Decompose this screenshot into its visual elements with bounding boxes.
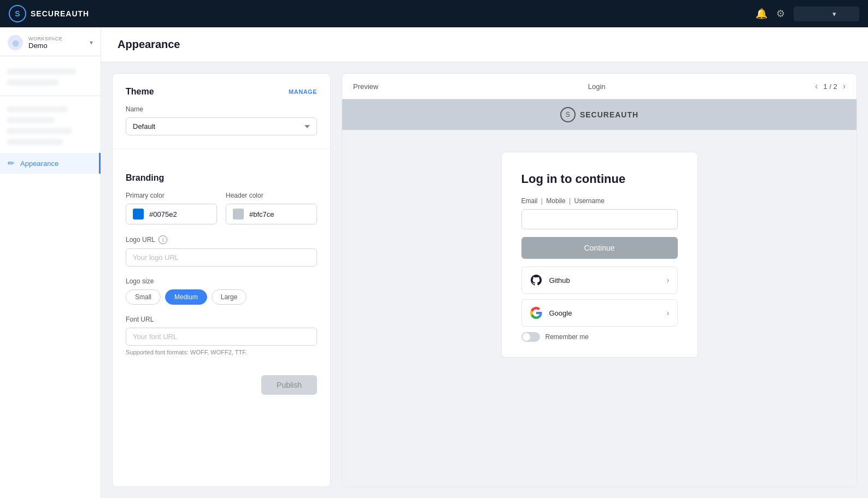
sidebar-blurred-mid [0, 98, 101, 153]
header-color-swatch [233, 209, 244, 220]
login-title: Log in to continue [521, 172, 678, 186]
google-social-button[interactable]: Google › [521, 299, 678, 327]
logo-size-group: Logo size Small Medium Large [126, 277, 317, 305]
sidebar-navigation: ✏ Appearance [0, 56, 101, 498]
next-page-arrow[interactable]: › [843, 81, 846, 91]
logo-url-label: Logo URL [126, 236, 155, 244]
preview-logo-bar: S SECUREAUTH [342, 99, 857, 130]
page-body: Theme MANAGE Name Default Branding [101, 62, 868, 498]
font-url-input[interactable] [126, 328, 317, 346]
divider-1 [113, 149, 330, 149]
workspace-chevron-icon: ▾ [90, 39, 93, 46]
preview-logo: S SECUREAUTH [560, 107, 638, 122]
user-menu-button[interactable]: ▾ [794, 7, 859, 21]
prev-page-arrow[interactable]: ‹ [815, 81, 818, 91]
logo-url-input[interactable] [126, 248, 317, 266]
logo-url-info-icon[interactable]: i [159, 235, 167, 244]
primary-color-label: Primary color [126, 192, 217, 199]
workspace-icon: ◎ [8, 35, 23, 50]
preview-label: Preview [353, 82, 378, 91]
workspace-name: Demo [28, 42, 84, 50]
preview-logo-circle-icon: S [560, 107, 576, 122]
google-label: Google [549, 309, 572, 317]
font-hint: Supported font formats: WOFF, WOFF2, TTF… [126, 349, 317, 355]
remember-me-row: Remember me [521, 332, 678, 342]
gear-icon[interactable]: ⚙ [776, 8, 785, 20]
github-social-button[interactable]: Github › [521, 266, 678, 294]
theme-name-group: Name Default [126, 105, 317, 135]
brand-name: SECUREAUTH [31, 9, 89, 18]
branding-section-header: Branding [126, 173, 317, 183]
theme-panel: Theme MANAGE Name Default Branding [112, 73, 331, 487]
header-color-group: Header color #bfc7ce [226, 192, 317, 224]
user-menu-chevron: ▾ [832, 10, 836, 18]
sidebar-item-appearance[interactable]: ✏ Appearance [0, 153, 101, 174]
publish-row: Publish [113, 366, 330, 395]
workspace-label: WORKSPACE [28, 36, 84, 42]
brand-logo: S SECUREAUTH [9, 5, 89, 22]
manage-link[interactable]: MANAGE [289, 88, 317, 95]
preview-tab-login[interactable]: Login [378, 82, 815, 91]
branding-section: Branding Primary color #0075e2 Heade [113, 160, 330, 366]
page-header: Appearance [101, 27, 868, 62]
bell-icon[interactable]: 🔔 [755, 8, 767, 20]
workspace-info: WORKSPACE Demo [28, 36, 84, 50]
primary-color-value: #0075e2 [149, 210, 177, 218]
github-label: Github [549, 276, 570, 284]
primary-color-input[interactable]: #0075e2 [126, 204, 217, 224]
topnav-actions: 🔔 ⚙ ▾ [755, 7, 859, 21]
primary-color-group: Primary color #0075e2 [126, 192, 217, 224]
color-row: Primary color #0075e2 Header color #bfc7… [126, 192, 317, 224]
preview-brand-name: SECUREAUTH [580, 110, 638, 119]
header-color-label: Header color [226, 192, 317, 199]
logo-size-row: Small Medium Large [126, 289, 317, 305]
github-icon [530, 274, 543, 287]
branding-section-title: Branding [126, 173, 164, 183]
font-url-group: Font URL Supported font formats: WOFF, W… [126, 316, 317, 355]
logo-url-group: Logo URL i [126, 235, 317, 266]
header-color-input[interactable]: #bfc7ce [226, 204, 317, 224]
login-field-label: Email | Mobile | Username [521, 197, 678, 205]
page-title: Appearance [118, 38, 852, 51]
logo-size-large[interactable]: Large [212, 289, 247, 305]
login-email-input[interactable] [521, 209, 678, 229]
logo-icon: S [9, 5, 26, 22]
user-menu-label [805, 10, 828, 18]
top-navigation: S SECUREAUTH 🔔 ⚙ ▾ [0, 0, 868, 27]
primary-color-swatch [133, 209, 144, 220]
preview-body: S SECUREAUTH Log in to continue Email | … [342, 99, 857, 487]
appearance-icon: ✏ [8, 158, 15, 168]
theme-name-select[interactable]: Default [126, 117, 317, 135]
preview-pagination: ‹ 1 / 2 › [815, 81, 846, 91]
theme-section: Theme MANAGE Name Default [113, 74, 330, 146]
header-color-value: #bfc7ce [249, 210, 274, 218]
logo-size-label: Logo size [126, 277, 317, 285]
github-chevron-icon: › [667, 276, 670, 284]
logo-size-medium[interactable]: Medium [165, 289, 207, 305]
preview-page-indicator: 1 / 2 [823, 82, 837, 91]
theme-section-title: Theme [126, 87, 154, 97]
sidebar-blurred-top [0, 61, 101, 93]
toggle-knob [523, 333, 530, 341]
sidebar: ◎ WORKSPACE Demo ▾ ✏ Appear [0, 27, 101, 498]
main-layout: ◎ WORKSPACE Demo ▾ ✏ Appear [0, 27, 868, 498]
logo-size-small[interactable]: Small [126, 289, 161, 305]
logo-url-label-row: Logo URL i [126, 235, 317, 244]
theme-name-label: Name [126, 105, 317, 113]
theme-section-header: Theme MANAGE [126, 87, 317, 97]
remember-me-toggle[interactable] [521, 332, 540, 342]
main-content: Appearance Theme MANAGE Name Default [101, 27, 868, 498]
github-btn-left: Github [530, 274, 570, 287]
google-icon [530, 306, 543, 319]
google-chevron-icon: › [667, 309, 670, 317]
workspace-switcher[interactable]: ◎ WORKSPACE Demo ▾ [0, 27, 101, 56]
publish-button[interactable]: Publish [261, 375, 317, 395]
preview-panel: Preview Login ‹ 1 / 2 › S [342, 73, 857, 487]
login-card: Log in to continue Email | Mobile | User… [501, 152, 698, 358]
google-btn-left: Google [530, 306, 572, 319]
remember-me-label: Remember me [546, 333, 589, 341]
font-url-label: Font URL [126, 316, 317, 323]
preview-header: Preview Login ‹ 1 / 2 › [342, 74, 857, 99]
continue-button[interactable]: Continue [521, 237, 678, 259]
sidebar-item-appearance-label: Appearance [20, 159, 58, 168]
